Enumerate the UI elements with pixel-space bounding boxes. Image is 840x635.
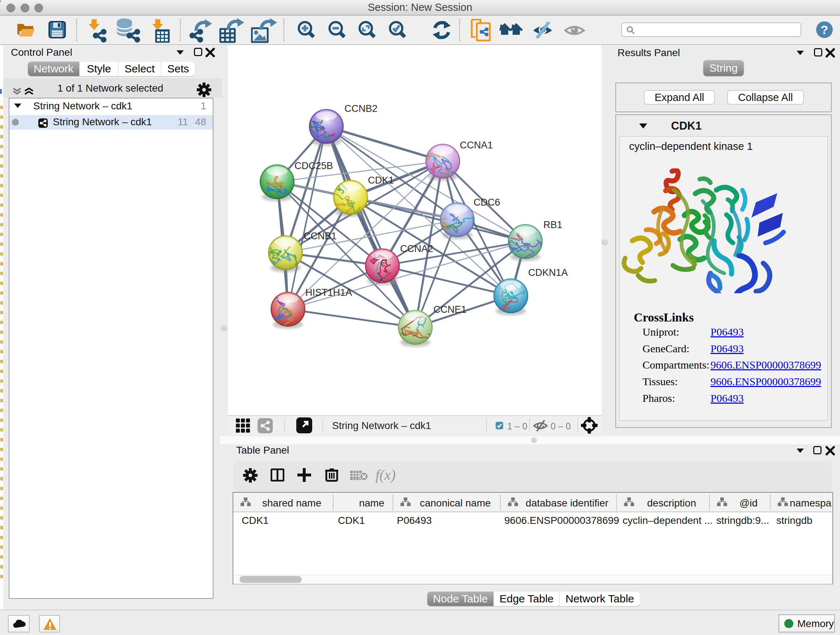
svg-text:CCNA2: CCNA2 bbox=[400, 243, 433, 254]
svg-text:CCNE1: CCNE1 bbox=[433, 304, 467, 315]
svg-text:CDK1: CDK1 bbox=[368, 175, 394, 186]
svg-text:CDC6: CDC6 bbox=[474, 197, 500, 208]
svg-text:HIST1H1A: HIST1H1A bbox=[305, 287, 352, 298]
svg-text:RB1: RB1 bbox=[543, 219, 562, 230]
svg-text:CCNB1: CCNB1 bbox=[303, 231, 337, 241]
svg-text:CDC25B: CDC25B bbox=[294, 160, 333, 171]
svg-text:CCNA1: CCNA1 bbox=[460, 140, 493, 150]
svg-text:CCNB2: CCNB2 bbox=[344, 103, 378, 114]
svg-text:CDKN1A: CDKN1A bbox=[528, 267, 568, 278]
